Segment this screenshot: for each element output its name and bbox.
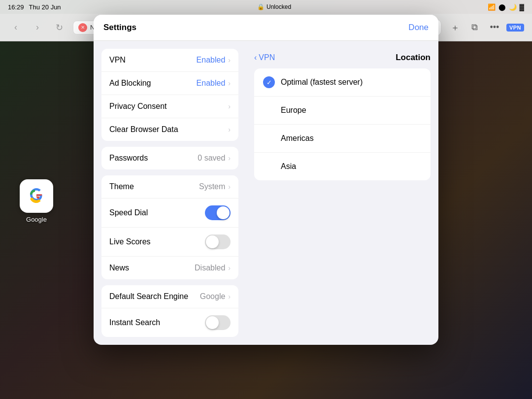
passwords-value: 0 saved › (198, 154, 231, 163)
speed-dial-label: Speed Dial (109, 208, 148, 217)
adblocking-chevron: › (228, 79, 231, 87)
modal-title: Settings (103, 23, 136, 33)
location-item-europe[interactable]: Europe (254, 97, 431, 125)
passwords-row[interactable]: Passwords 0 saved › (101, 147, 238, 169)
right-panel: ‹ VPN Location ✓ Optimal (fastest server… (246, 41, 438, 345)
speed-dial-toggle[interactable] (205, 205, 231, 220)
clear-chevron: › (228, 126, 231, 133)
clear-browser-label: Clear Browser Data (109, 125, 178, 134)
location-title: Location (275, 53, 431, 63)
privacy-consent-label: Privacy Consent (109, 102, 167, 111)
back-label: VPN (259, 53, 275, 62)
unselected-icon (263, 161, 275, 172)
location-americas-label: Americas (281, 134, 314, 143)
settings-group-1: VPN Enabled › Ad Blocking Enabled › (101, 49, 238, 141)
privacy-chevron: › (228, 102, 231, 110)
location-list: ✓ Optimal (fastest server) Europe Americ… (254, 68, 431, 180)
live-scores-thumb (206, 235, 219, 248)
default-search-value: Google › (200, 292, 231, 301)
location-item-americas[interactable]: Americas (254, 125, 431, 153)
vpn-chevron: › (228, 56, 231, 64)
passwords-label: Passwords (109, 154, 148, 163)
vpn-label: VPN (109, 56, 126, 65)
clear-browser-value: › (228, 126, 231, 133)
location-asia-label: Asia (281, 162, 296, 171)
selected-check-icon: ✓ (263, 76, 275, 88)
privacy-consent-row[interactable]: Privacy Consent › (101, 95, 238, 118)
done-button[interactable]: Done (408, 23, 429, 33)
modal-header: Settings Done (94, 15, 438, 41)
default-search-label: Default Search Engine (109, 292, 188, 301)
back-to-vpn-button[interactable]: ‹ VPN (254, 53, 275, 62)
modal-overlay: Settings Done VPN Enabled › Ad Bl (0, 0, 532, 399)
search-chevron: › (228, 293, 231, 300)
modal-body: VPN Enabled › Ad Blocking Enabled › (94, 41, 438, 345)
speed-dial-row[interactable]: Speed Dial (101, 199, 238, 228)
settings-group-3: Theme System › Speed Dial Live Scores (101, 175, 238, 279)
location-item-optimal[interactable]: ✓ Optimal (fastest server) (254, 68, 431, 97)
theme-value: System › (199, 182, 231, 191)
unselected-icon (263, 104, 275, 116)
default-search-row[interactable]: Default Search Engine Google › (101, 285, 238, 308)
settings-modal: Settings Done VPN Enabled › Ad Bl (94, 15, 438, 345)
instant-search-row[interactable]: Instant Search (101, 308, 238, 337)
theme-chevron: › (228, 183, 231, 191)
adblocking-value: Enabled › (197, 79, 231, 88)
vpn-value: Enabled › (197, 56, 231, 65)
settings-group-2: Passwords 0 saved › (101, 147, 238, 169)
news-value: Disabled › (195, 264, 231, 272)
location-item-asia[interactable]: Asia (254, 153, 431, 180)
privacy-consent-value: › (228, 102, 231, 110)
adblocking-row[interactable]: Ad Blocking Enabled › (101, 72, 238, 95)
vpn-row[interactable]: VPN Enabled › (101, 49, 238, 72)
left-panel: VPN Enabled › Ad Blocking Enabled › (94, 41, 246, 345)
adblocking-label: Ad Blocking (109, 79, 151, 88)
live-scores-row[interactable]: Live Scores (101, 228, 238, 257)
instant-search-thumb (206, 316, 219, 329)
instant-search-toggle[interactable] (205, 315, 231, 330)
theme-row[interactable]: Theme System › (101, 175, 238, 199)
live-scores-label: Live Scores (109, 237, 151, 246)
settings-group-4: Default Search Engine Google › Instant S… (101, 285, 238, 337)
instant-search-label: Instant Search (109, 318, 160, 327)
location-europe-label: Europe (281, 106, 306, 115)
passwords-chevron: › (228, 154, 231, 162)
speed-dial-thumb (217, 206, 230, 219)
live-scores-toggle[interactable] (205, 234, 231, 249)
news-label: News (109, 264, 129, 272)
clear-browser-row[interactable]: Clear Browser Data › (101, 118, 238, 141)
unselected-icon (263, 133, 275, 144)
news-chevron: › (228, 264, 231, 272)
location-panel-header: ‹ VPN Location (254, 49, 431, 68)
theme-label: Theme (109, 182, 134, 191)
back-chevron-icon: ‹ (254, 53, 257, 62)
news-row[interactable]: News Disabled › (101, 257, 238, 279)
location-optimal-label: Optimal (fastest server) (281, 78, 363, 87)
